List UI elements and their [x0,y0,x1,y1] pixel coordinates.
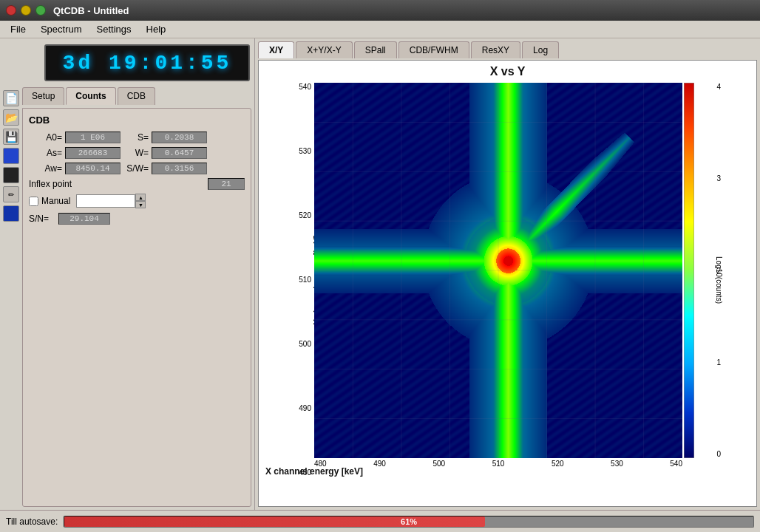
statusbar: Till autosave: 61% [0,510,760,532]
top-tab-bar: X/Y X+Y/X-Y SPall CDB/FWHM ResXY Log [258,41,757,58]
cb-tick-3: 3 [716,174,721,183]
manual-label: Manual [41,196,70,206]
cb-tick-0: 0 [716,450,721,458]
chart-title: X vs Y [259,61,756,80]
x-axis-label: X channel energy [keV] [130,466,498,477]
save-icon[interactable]: 💾 [3,129,19,145]
tab-xy[interactable]: X/Y [258,41,294,58]
w-value: 0.6457 [152,147,207,159]
tab-cdb[interactable]: CDB [118,87,155,105]
small-blue-icon[interactable]: ■ [3,205,19,222]
colorbar-canvas [684,83,694,458]
y-tick-540: 540 [299,83,311,91]
field-row-a0-s: A0= 1 E06 S= 0.2038 [29,132,245,143]
new-icon[interactable]: 📄 [3,90,19,106]
tab-xplusyminy[interactable]: X+Y/X-Y [296,41,352,58]
manual-checkbox-label[interactable]: Manual [29,196,70,206]
cdb-section-title: CDB [29,115,245,126]
tab-spall[interactable]: SPall [354,41,397,58]
progress-label: 61% [401,517,417,526]
window-title: QtCDB - Untitled [53,5,129,16]
menu-settings[interactable]: Settings [89,22,139,36]
sn-label: S/N= [29,214,58,224]
y-tick-530: 530 [299,147,311,155]
s-value: 0.2038 [152,132,207,143]
x-tick-540: 540 [670,460,682,468]
spinbox-down[interactable]: ▼ [135,201,146,208]
left-tab-content: CDB A0= 1 E06 S= 0.2038 As= 266683 W= 0.… [22,108,251,507]
y-tick-490: 490 [299,404,311,412]
menu-help[interactable]: Help [139,22,174,36]
manual-checkbox[interactable] [29,197,38,206]
colorbar [684,83,705,458]
autosave-label: Till autosave: [6,516,58,527]
chart-plot-area [314,83,682,458]
colorbar-label: Log10(counts) [716,256,724,304]
manual-spinbox[interactable]: 0 ▲ ▼ [76,194,146,208]
cb-tick-4: 4 [716,83,721,91]
w-label: W= [126,148,149,158]
manual-row: Manual 0 ▲ ▼ [29,194,245,208]
inflex-label: Inflex point [29,179,208,189]
pencil-icon[interactable]: ✏ [3,186,19,202]
spinbox-buttons: ▲ ▼ [135,194,146,208]
menubar: File Spectrum Settings Help [0,21,760,38]
led-display: 3d 19:01:55 [44,44,250,81]
sn-row: S/N= 29.104 [29,213,245,225]
close-button[interactable] [6,5,16,16]
minimize-button[interactable] [21,5,31,16]
y-tick-510: 510 [299,276,311,284]
chart-container: X vs Y Y channel energy [keV] 540 530 52… [258,60,757,507]
tab-log[interactable]: Log [522,41,559,58]
titlebar: QtCDB - Untitled [0,0,760,21]
menu-spectrum[interactable]: Spectrum [33,22,89,36]
menu-file[interactable]: File [3,22,33,36]
a0-label: A0= [29,132,62,143]
field-row-as-w: As= 266683 W= 0.6457 [29,147,245,159]
left-panel: 3d 19:01:55 Setup Counts CDB CDB A0= 1 E… [0,38,255,510]
spinbox-up[interactable]: ▲ [135,194,146,201]
chart-canvas [314,83,682,458]
blue-square-icon[interactable]: ■ [3,148,19,164]
y-tick-500: 500 [299,340,311,348]
chart-inner: Y channel energy [keV] 540 530 520 510 5… [288,83,705,477]
y-tick-520: 520 [299,211,311,219]
x-tick-520: 520 [552,460,564,468]
sn-value: 29.104 [58,213,110,225]
field-row-aw-sw: Aw= 8450.14 S/W= 0.3156 [29,163,245,174]
tab-resxy[interactable]: ResXY [471,41,520,58]
left-toolbar: 📄 📂 💾 ■ ■ ✏ ■ [3,90,19,222]
tab-setup[interactable]: Setup [22,87,64,105]
spinbox-input[interactable]: 0 [76,194,135,208]
as-value: 266683 [65,147,121,159]
progress-bar-fill [64,516,484,527]
sw-label: S/W= [126,163,149,174]
right-panel: X/Y X+Y/X-Y SPall CDB/FWHM ResXY Log X v… [255,38,760,510]
inflex-value: 21 [208,178,245,190]
aw-value: 8450.14 [65,163,121,174]
y-axis-ticks: 540 530 520 510 500 490 480 [288,83,314,477]
a0-value: 1 E06 [65,132,121,143]
left-tab-bar: Setup Counts CDB [22,87,251,105]
cb-tick-1: 1 [716,358,721,366]
as-label: As= [29,148,62,158]
aw-label: Aw= [29,163,62,174]
window-controls[interactable] [6,5,46,16]
x-tick-530: 530 [611,460,623,468]
tab-counts[interactable]: Counts [66,87,115,105]
progress-bar-container: 61% [64,516,754,528]
maximize-button[interactable] [35,5,46,16]
dark-square-icon[interactable]: ■ [3,167,19,183]
inflex-row: Inflex point 21 [29,178,245,190]
open-icon[interactable]: 📂 [3,109,19,126]
tab-cdbfwhm[interactable]: CDB/FWHM [398,41,469,58]
main-area: 📄 📂 💾 ■ ■ ✏ ■ 3d 19:01:55 Setup Counts C… [0,38,760,510]
s-label: S= [126,132,149,143]
sw-value: 0.3156 [152,163,207,174]
